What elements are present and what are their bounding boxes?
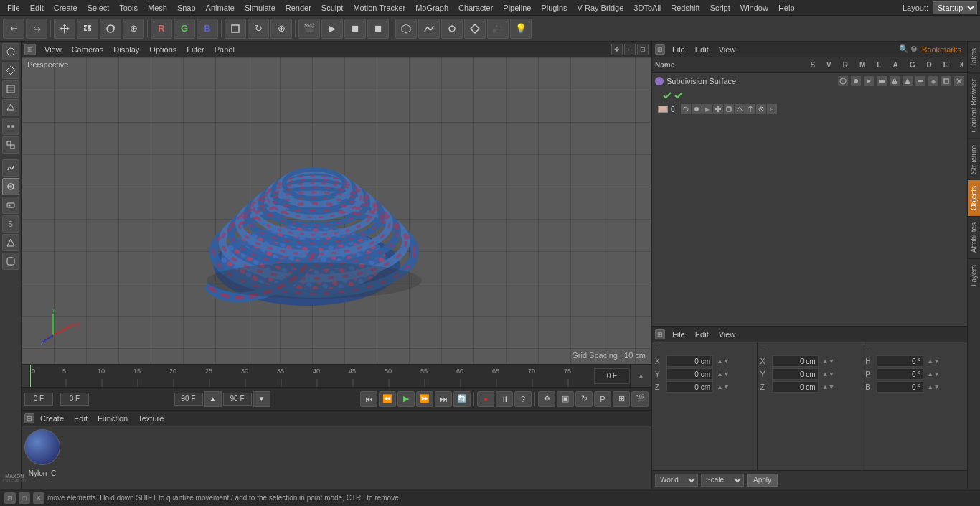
obj-icon-s[interactable] bbox=[838, 76, 848, 86]
coord-field-y1[interactable] bbox=[666, 368, 713, 380]
coord-field-z1[interactable] bbox=[666, 381, 713, 393]
sidebar-mode-3[interactable] bbox=[2, 80, 19, 98]
obj-icon-lock[interactable] bbox=[890, 76, 900, 86]
y-axis-button[interactable]: G bbox=[174, 19, 195, 39]
pause-button[interactable]: ⏸ bbox=[496, 391, 513, 407]
zero-icon-6[interactable] bbox=[735, 104, 745, 114]
spline-button[interactable] bbox=[418, 19, 440, 39]
rotate-tool-button[interactable] bbox=[100, 19, 121, 39]
sidebar-sculpt-3[interactable] bbox=[2, 197, 19, 214]
menu-vray[interactable]: V-Ray Bridge bbox=[573, 2, 628, 14]
objects-menu-file[interactable]: File bbox=[668, 44, 689, 55]
material-thumbnail[interactable] bbox=[24, 429, 60, 465]
loop-button[interactable]: 🔄 bbox=[453, 391, 471, 407]
transform-button[interactable]: ⊕ bbox=[123, 19, 144, 39]
world-dropdown[interactable]: World bbox=[655, 474, 698, 487]
menu-redshift[interactable]: Redshift bbox=[666, 2, 704, 14]
transport-step-up[interactable]: ▲ bbox=[204, 391, 222, 407]
cube3d-button[interactable] bbox=[395, 19, 417, 39]
menu-render[interactable]: Render bbox=[281, 2, 316, 14]
transport-start-frame[interactable] bbox=[24, 393, 53, 406]
status-icon-1[interactable]: ⊡ bbox=[4, 492, 16, 504]
cube-button[interactable] bbox=[225, 19, 246, 39]
zero-icon-4[interactable] bbox=[713, 104, 723, 114]
menu-script[interactable]: Script bbox=[706, 2, 735, 14]
zero-icon-8[interactable] bbox=[756, 104, 766, 114]
obj-icon-g[interactable] bbox=[915, 76, 925, 86]
undo-button[interactable]: ↩ bbox=[3, 19, 24, 39]
sidebar-mode-5[interactable] bbox=[2, 118, 19, 135]
tab-structure[interactable]: Structure bbox=[968, 139, 980, 180]
sidebar-sculpt-1[interactable] bbox=[2, 159, 19, 177]
status-icon-2[interactable]: □ bbox=[19, 492, 30, 504]
render-active-button[interactable]: ▶ bbox=[321, 19, 343, 39]
coord-field-b[interactable] bbox=[877, 381, 923, 393]
transport-end-frame1[interactable] bbox=[174, 393, 203, 406]
play-button[interactable]: ▶ bbox=[397, 391, 415, 407]
rotate3d-button[interactable]: ↻ bbox=[575, 391, 593, 407]
viewport-menu-display[interactable]: Display bbox=[109, 44, 143, 55]
zero-icon-3[interactable]: ▶ bbox=[702, 104, 712, 114]
zero-icon-7[interactable] bbox=[745, 104, 755, 114]
timeline-ruler[interactable]: 0 5 10 15 20 25 30 35 40 bbox=[30, 365, 594, 387]
attr-menu-edit[interactable]: Edit bbox=[691, 329, 713, 340]
objects-search-icon[interactable]: 🔍 bbox=[899, 44, 909, 54]
sidebar-mode-2[interactable] bbox=[2, 62, 19, 79]
help-button[interactable]: ? bbox=[514, 391, 532, 407]
coord-field-x1[interactable] bbox=[666, 355, 713, 367]
menu-pipeline[interactable]: Pipeline bbox=[499, 2, 535, 14]
objects-menu-view[interactable]: View bbox=[715, 44, 740, 55]
viewport-menu-panel[interactable]: Panel bbox=[210, 44, 239, 55]
go-end-button[interactable]: ⏭ bbox=[435, 391, 452, 407]
menu-animate[interactable]: Animate bbox=[202, 2, 239, 14]
nurbs-button[interactable] bbox=[441, 19, 463, 39]
zero-icon-1[interactable] bbox=[681, 104, 691, 114]
redo-button[interactable]: ↩ bbox=[26, 19, 47, 39]
x-axis-button[interactable]: R bbox=[151, 19, 172, 39]
material-menu-icon[interactable]: ⊞ bbox=[24, 413, 34, 423]
sidebar-sculpt-4[interactable]: S bbox=[2, 215, 19, 233]
menu-help[interactable]: Help bbox=[774, 2, 799, 14]
obj-icon-e[interactable] bbox=[941, 76, 951, 86]
zero-icon-2[interactable] bbox=[692, 104, 702, 114]
menu-character[interactable]: Character bbox=[454, 2, 497, 14]
coord-field-z2[interactable] bbox=[772, 381, 819, 393]
viewport-icon-1[interactable]: ✥ bbox=[611, 44, 623, 55]
obj-icon-render[interactable] bbox=[864, 76, 874, 86]
object-row-subdiv[interactable]: Subdivision Surface bbox=[652, 73, 967, 89]
coord-field-h[interactable] bbox=[877, 355, 923, 367]
bookmarks-button[interactable]: Bookmarks bbox=[919, 45, 964, 54]
coord-field-x2[interactable] bbox=[772, 355, 819, 367]
camera-button[interactable]: 🎥 bbox=[487, 19, 509, 39]
pivot-button[interactable]: P bbox=[594, 391, 611, 407]
grid-button[interactable]: ⊞ bbox=[613, 391, 630, 407]
viewport-menu-icon[interactable]: ⊞ bbox=[24, 44, 36, 55]
sidebar-mode-1[interactable] bbox=[2, 43, 19, 60]
layout-select[interactable]: Startup bbox=[933, 1, 977, 14]
menu-file[interactable]: File bbox=[3, 2, 24, 14]
objects-settings-icon[interactable]: ⚙ bbox=[910, 44, 918, 54]
objects-menu-icon[interactable]: ⊞ bbox=[655, 44, 665, 55]
menu-plugins[interactable]: Plugins bbox=[537, 2, 571, 14]
film-button[interactable]: 🎬 bbox=[298, 19, 320, 39]
viewport-icon-2[interactable]: ↔ bbox=[624, 44, 636, 55]
zero-icon-9[interactable]: H bbox=[767, 104, 777, 114]
light-button[interactable]: 💡 bbox=[510, 19, 532, 39]
material-menu-function[interactable]: Function bbox=[93, 413, 132, 424]
viewport-menu-filter[interactable]: Filter bbox=[182, 44, 208, 55]
sidebar-sculpt-5[interactable] bbox=[2, 234, 19, 251]
menu-sculpt[interactable]: Sculpt bbox=[317, 2, 348, 14]
go-start-button[interactable]: ⏮ bbox=[360, 391, 377, 407]
material-menu-create[interactable]: Create bbox=[36, 413, 68, 424]
tab-objects[interactable]: Objects bbox=[968, 179, 980, 216]
poly-button[interactable]: ⊕ bbox=[270, 19, 292, 39]
material-menu-edit[interactable]: Edit bbox=[70, 413, 92, 424]
scale-tool-button[interactable] bbox=[77, 19, 98, 39]
film2-button[interactable]: 🎬 bbox=[631, 391, 649, 407]
step-fwd-button[interactable]: ⏩ bbox=[416, 391, 433, 407]
menu-mesh[interactable]: Mesh bbox=[143, 2, 171, 14]
coord-field-p[interactable] bbox=[877, 368, 923, 380]
material-item[interactable]: Nylon_C bbox=[24, 429, 60, 477]
scale-dropdown[interactable]: Scale bbox=[701, 474, 744, 487]
obj-icon-d[interactable]: ◆ bbox=[928, 76, 938, 86]
